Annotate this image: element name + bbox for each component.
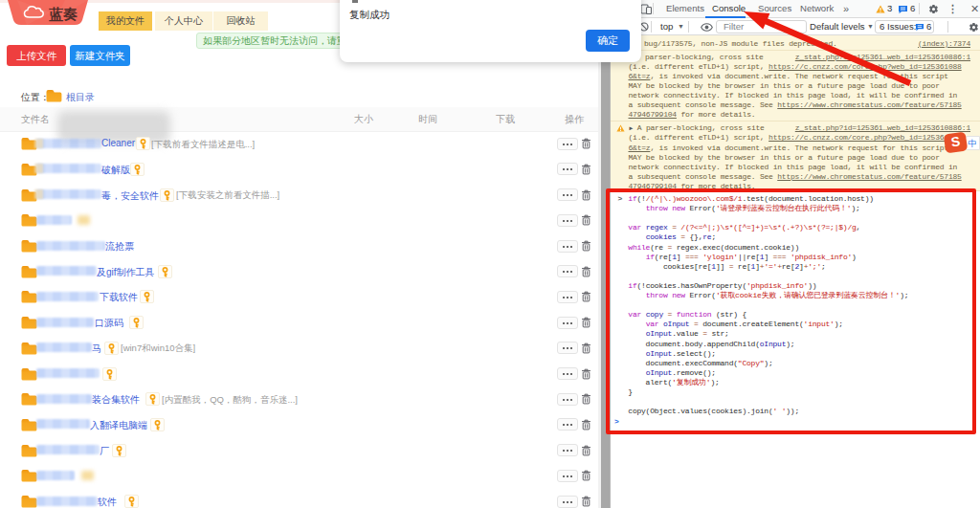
svg-text:蓝奏: 蓝奏 <box>49 6 78 22</box>
